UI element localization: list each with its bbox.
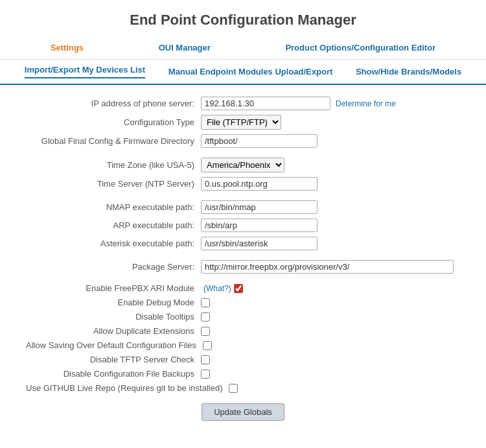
subnav-import-export[interactable]: Import/Export My Devices List xyxy=(25,65,145,78)
allow-saving-label: Allow Saving Over Default Configuration … xyxy=(26,340,203,350)
global-dir-label: Global Final Config & Firmware Directory xyxy=(26,136,201,146)
arp-row: ARP executable path: xyxy=(26,218,460,232)
package-server-label: Package Server: xyxy=(26,262,201,272)
disable-tooltips-checkbox[interactable] xyxy=(201,312,210,322)
global-dir-row: Global Final Config & Firmware Directory xyxy=(26,134,460,148)
nmap-label: NMAP executable path: xyxy=(26,202,201,212)
config-type-select[interactable]: File (TFTP/FTP) xyxy=(201,115,281,130)
package-server-row: Package Server: xyxy=(26,260,460,274)
disable-tftp-checkbox[interactable] xyxy=(201,355,210,364)
subnav-show-hide[interactable]: Show/Hide Brands/Models xyxy=(356,67,461,77)
allow-dup-ext-checkbox[interactable] xyxy=(201,327,210,336)
allow-saving-row: Allow Saving Over Default Configuration … xyxy=(26,340,460,350)
enable-freepbx-checkbox[interactable] xyxy=(234,284,243,293)
subnav-manual-upload[interactable]: Manual Endpoint Modules Upload/Export xyxy=(168,67,333,77)
enable-debug-row: Enable Debug Mode xyxy=(26,298,460,307)
nav-oui-manager[interactable]: OUI Manager xyxy=(159,43,211,53)
global-dir-input[interactable] xyxy=(201,134,318,148)
timezone-select[interactable]: America/Phoenix xyxy=(201,158,284,172)
ip-address-input[interactable] xyxy=(201,97,330,110)
determine-link[interactable]: Determine for me xyxy=(336,99,396,108)
timezone-row: Time Zone (like USA-5) America/Phoenix xyxy=(26,158,460,172)
enable-freepbx-label: Enable FreePBX ARI Module xyxy=(26,283,201,293)
use-github-label: Use GITHUB Live Repo (Requires git to be… xyxy=(26,383,229,393)
arp-input[interactable] xyxy=(201,218,318,232)
package-server-input[interactable] xyxy=(201,260,454,274)
config-type-row: Configuration Type File (TFTP/FTP) xyxy=(26,115,460,130)
nav-product-options[interactable]: Product Options/Configuration Editor xyxy=(285,43,435,53)
asterisk-row: Asterisk executable path: xyxy=(26,237,460,250)
top-nav: Settings OUI Manager Product Options/Con… xyxy=(0,38,486,60)
nav-settings[interactable]: Settings xyxy=(51,43,84,53)
sub-nav: Import/Export My Devices List Manual End… xyxy=(0,60,486,85)
enable-debug-label: Enable Debug Mode xyxy=(26,298,201,307)
arp-label: ARP executable path: xyxy=(26,220,201,230)
what-link[interactable]: (What?) xyxy=(203,284,231,293)
disable-tooltips-label: Disable Tooltips xyxy=(26,312,201,322)
update-button-row: Update Globals xyxy=(26,403,460,434)
disable-config-backups-checkbox[interactable] xyxy=(201,370,210,379)
enable-debug-checkbox[interactable] xyxy=(201,298,210,307)
disable-tftp-label: Disable TFTP Server Check xyxy=(26,355,201,364)
ntp-label: Time Server (NTP Server) xyxy=(26,179,201,189)
page-title: End Point Configuration Manager xyxy=(0,0,486,38)
update-globals-button[interactable]: Update Globals xyxy=(202,403,284,421)
allow-dup-ext-label: Allow Duplicate Extensions xyxy=(26,326,201,336)
ip-address-row: IP address of phone server: Determine fo… xyxy=(26,97,460,110)
ntp-input[interactable] xyxy=(201,177,318,191)
enable-freepbx-row: Enable FreePBX ARI Module (What?) xyxy=(26,283,460,293)
config-type-label: Configuration Type xyxy=(26,117,201,127)
ip-address-label: IP address of phone server: xyxy=(26,99,201,108)
disable-tooltips-row: Disable Tooltips xyxy=(26,312,460,322)
timezone-label: Time Zone (like USA-5) xyxy=(26,160,201,170)
settings-form: IP address of phone server: Determine fo… xyxy=(0,94,486,436)
disable-config-backups-row: Disable Configuration File Backups xyxy=(26,369,460,379)
use-github-checkbox[interactable] xyxy=(229,384,238,393)
allow-dup-ext-row: Allow Duplicate Extensions xyxy=(26,326,460,336)
ntp-row: Time Server (NTP Server) xyxy=(26,177,460,191)
disable-tftp-row: Disable TFTP Server Check xyxy=(26,355,460,364)
nmap-row: NMAP executable path: xyxy=(26,200,460,214)
disable-config-backups-label: Disable Configuration File Backups xyxy=(26,369,201,379)
asterisk-label: Asterisk executable path: xyxy=(26,239,201,248)
use-github-row: Use GITHUB Live Repo (Requires git to be… xyxy=(26,383,460,393)
nmap-input[interactable] xyxy=(201,200,318,214)
allow-saving-checkbox[interactable] xyxy=(203,341,212,350)
asterisk-input[interactable] xyxy=(201,237,318,250)
